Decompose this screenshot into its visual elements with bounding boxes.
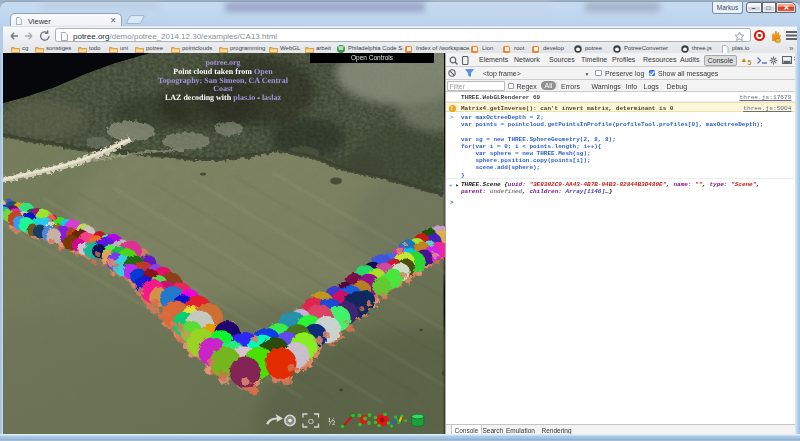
svg-text:O: O — [308, 417, 314, 426]
svg-text:½: ½ — [328, 417, 335, 427]
